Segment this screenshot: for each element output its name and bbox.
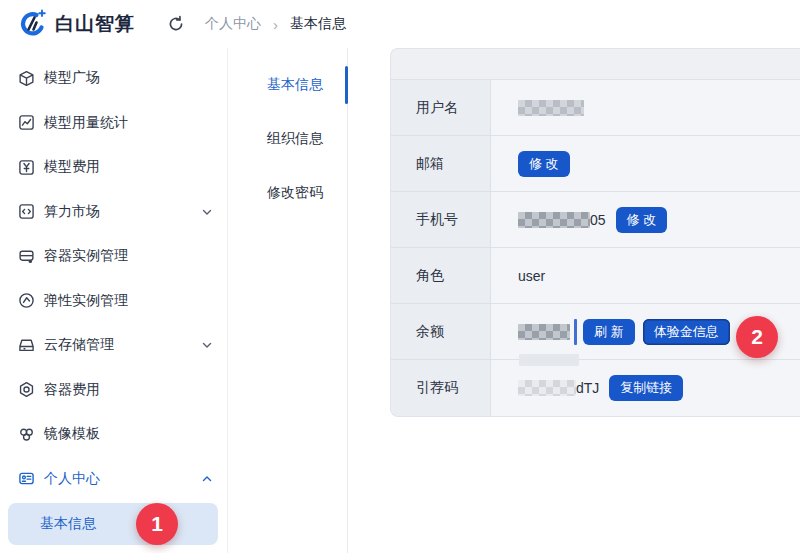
sidebar-item-label: 镜像模板 — [44, 425, 100, 443]
annotation-step-1-badge: 1 — [136, 503, 178, 545]
phone-visible-suffix: 05 — [590, 212, 606, 228]
sidebar-item-container-instances[interactable]: 容器实例管理 — [0, 234, 227, 279]
sidebar-item-label: 云存储管理 — [44, 336, 114, 354]
container-icon — [18, 248, 35, 265]
masked-value — [518, 212, 590, 228]
breadcrumb-separator-icon: › — [273, 16, 278, 33]
masked-value — [518, 324, 570, 340]
active-tab-indicator — [345, 66, 348, 104]
sidebar-item-label: 算力市场 — [44, 203, 100, 221]
sidebar-item-label: 模型费用 — [44, 158, 100, 176]
sidebar-item-cloud-storage[interactable]: 云存储管理 — [0, 323, 227, 368]
breadcrumb-parent[interactable]: 个人中心 — [205, 15, 261, 33]
brand-name: 白山智算 — [55, 11, 135, 37]
row-label: 余额 — [391, 304, 491, 359]
sidebar-item-model-usage-stats[interactable]: 模型用量统计 — [0, 101, 227, 146]
sidebar-item-container-fees[interactable]: 容器费用 — [0, 368, 227, 413]
masked-value — [518, 100, 584, 116]
row-label: 引荐码 — [391, 360, 491, 416]
image-template-icon — [18, 426, 35, 443]
brand-logo-icon — [16, 9, 46, 39]
referral-visible-suffix: dTJ — [576, 380, 599, 396]
tab-basic-info[interactable]: 基本信息 — [228, 58, 347, 112]
profile-info-table: 用户名 邮箱 修 改 手机号 05 修 改 角色 user 余额 刷 新 体 — [390, 48, 800, 417]
brand-logo[interactable]: 白山智算 — [16, 9, 135, 39]
id-card-icon — [18, 470, 35, 487]
yuan-fee-icon — [18, 159, 35, 176]
sidebar-item-label: 模型广场 — [44, 69, 100, 87]
tab-label: 基本信息 — [267, 76, 323, 94]
row-label: 手机号 — [391, 192, 491, 247]
tab-label: 组织信息 — [267, 130, 323, 148]
tab-change-password[interactable]: 修改密码 — [228, 166, 347, 220]
sidebar-subitem-basic-info[interactable]: 基本信息 — [8, 503, 218, 545]
sidebar-item-compute-market[interactable]: 算力市场 — [0, 190, 227, 235]
main-sidebar: 模型广场 模型用量统计 模型费用 算力市场 — [0, 48, 228, 553]
sidebar-item-label: 个人中心 — [44, 470, 100, 488]
chevron-up-icon — [201, 473, 213, 485]
cube-icon — [18, 70, 35, 87]
sidebar-item-image-templates[interactable]: 镜像模板 — [0, 412, 227, 457]
phone-value-cell: 05 修 改 — [491, 192, 800, 247]
annotation-step-2-badge: 2 — [736, 316, 778, 358]
table-row-role: 角色 user — [391, 248, 800, 304]
sidebar-item-model-plaza[interactable]: 模型广场 — [0, 56, 227, 101]
sidebar-item-personal-center[interactable]: 个人中心 — [0, 457, 227, 502]
sidebar-subitem-label: 基本信息 — [40, 515, 96, 533]
edit-email-button[interactable]: 修 改 — [518, 151, 570, 177]
referral-value-cell: dTJ 复制链接 — [491, 360, 800, 416]
hexagon-fee-icon — [18, 381, 35, 398]
top-header: 白山智算 个人中心 › 基本信息 — [0, 0, 800, 48]
vertical-divider — [347, 48, 348, 553]
email-value-cell: 修 改 — [491, 136, 800, 191]
compute-market-icon — [18, 203, 35, 220]
table-row-referral-code: 引荐码 dTJ 复制链接 — [391, 360, 800, 416]
masked-value-overflow — [519, 354, 579, 366]
table-header-band — [391, 49, 800, 80]
sidebar-item-elastic-instances[interactable]: 弹性实例管理 — [0, 279, 227, 324]
copy-link-button[interactable]: 复制链接 — [609, 375, 683, 401]
chevron-down-icon — [201, 339, 213, 351]
profile-subnav: 基本信息 组织信息 修改密码 — [228, 48, 347, 553]
refresh-balance-button[interactable]: 刷 新 — [583, 319, 635, 345]
breadcrumb: 个人中心 › 基本信息 — [205, 15, 346, 33]
sidebar-item-model-fees[interactable]: 模型费用 — [0, 145, 227, 190]
tab-organization-info[interactable]: 组织信息 — [228, 112, 347, 166]
row-label: 角色 — [391, 248, 491, 303]
sidebar-item-label: 容器实例管理 — [44, 247, 128, 265]
tab-label: 修改密码 — [267, 184, 323, 202]
cloud-storage-icon — [18, 337, 35, 354]
table-row-email: 邮箱 修 改 — [391, 136, 800, 192]
chevron-down-icon — [201, 206, 213, 218]
row-label: 邮箱 — [391, 136, 491, 191]
breadcrumb-current: 基本信息 — [290, 15, 346, 33]
usage-chart-icon — [18, 114, 35, 131]
row-label: 用户名 — [391, 80, 491, 135]
refresh-icon[interactable] — [165, 13, 187, 35]
bonus-info-button[interactable]: 体验金信息 — [643, 319, 730, 345]
sidebar-item-label: 弹性实例管理 — [44, 292, 128, 310]
masked-value — [518, 380, 576, 396]
role-value: user — [491, 248, 800, 303]
sidebar-item-label: 容器费用 — [44, 381, 100, 399]
elastic-icon — [18, 292, 35, 309]
table-row-phone: 手机号 05 修 改 — [391, 192, 800, 248]
username-value-masked — [491, 80, 800, 135]
table-row-username: 用户名 — [391, 80, 800, 136]
edit-phone-button[interactable]: 修 改 — [616, 207, 668, 233]
cursor-tick — [574, 319, 577, 345]
sidebar-item-label: 模型用量统计 — [44, 114, 128, 132]
